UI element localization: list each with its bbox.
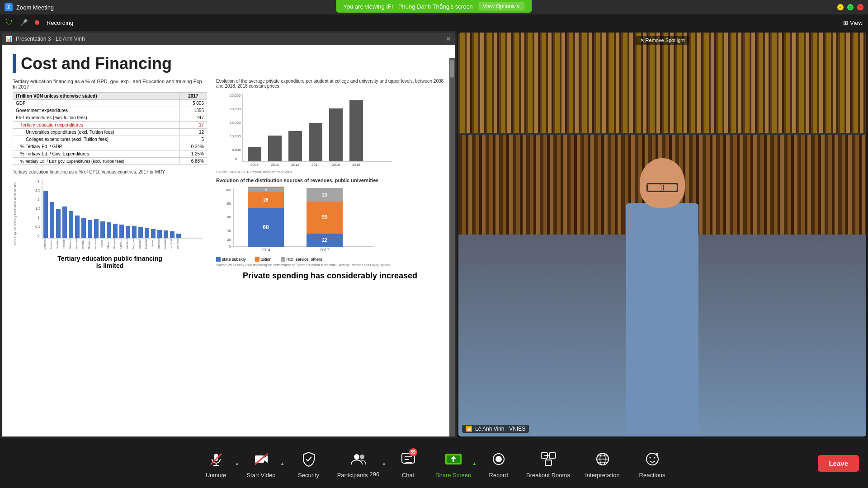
presentation-tab: 📊 Presentation 3 - Lê Anh Vinh ✕: [2, 33, 455, 45]
maximize-button[interactable]: □: [847, 4, 854, 10]
presentation-panel: 📊 Presentation 3 - Lê Anh Vinh ✕ Cost an…: [0, 31, 457, 438]
tab-close-button[interactable]: ✕: [446, 35, 451, 42]
view-button[interactable]: ⊞ View: [843, 19, 863, 26]
slide-container: Cost and Financing Tertiary education fi…: [2, 45, 455, 436]
video-caret[interactable]: ▲: [280, 461, 285, 466]
unmute-button[interactable]: Unmute ▲: [193, 445, 239, 481]
leave-button[interactable]: Leave: [818, 455, 859, 472]
start-video-button[interactable]: Start Video ▲: [239, 445, 284, 481]
breakout-svg: [540, 452, 557, 466]
table-row: Government expenditures 1355: [13, 107, 207, 114]
evolution-chart-svg: 25,000 20,000 15,000 10,000 5,000 0: [216, 91, 397, 168]
reactions-button[interactable]: Reactions: [630, 445, 675, 481]
table-row: Colleges expenditures (excl. Tuition fee…: [13, 136, 207, 143]
svg-rect-30: [107, 222, 111, 238]
legend-rdi-label: RDI, service, others: [287, 257, 322, 262]
zoom-icon: Z: [5, 3, 13, 11]
chat-label: Chat: [402, 472, 414, 479]
svg-text:Norway: Norway: [50, 239, 52, 249]
participants-button[interactable]: Participants 296 ▲: [331, 445, 386, 481]
legend-state: state subsidy: [216, 257, 246, 262]
svg-rect-26: [94, 219, 99, 238]
presentation-icon: 📊: [5, 36, 12, 42]
row-label: GDP: [13, 100, 180, 107]
table-row: % Tertiary Ed. / Gov. Expenditures 1.25%: [13, 150, 207, 158]
notification-bar: You are viewing IFI - Phùng Danh Thắng's…: [336, 0, 532, 13]
svg-rect-44: [151, 229, 156, 238]
svg-text:Gov. Exp. on Tertiary Educatio: Gov. Exp. on Tertiary Education as % of …: [14, 182, 17, 245]
svg-rect-106: [255, 455, 264, 463]
svg-point-109: [360, 455, 364, 459]
row-value: 5: [179, 136, 207, 143]
shield-svg: [302, 451, 316, 467]
record-button[interactable]: Record: [476, 445, 521, 481]
svg-text:Japan: Japan: [151, 240, 154, 248]
svg-text:Finland: Finland: [62, 239, 65, 249]
svg-text:28: 28: [263, 197, 269, 202]
slide-right: Evolution of the average private expendi…: [216, 79, 444, 420]
svg-text:2017: 2017: [320, 248, 329, 252]
chat-icon: 59: [397, 448, 419, 470]
svg-rect-20: [75, 216, 80, 238]
country-bar-chart: 3 2.5 2 1.5 1 0.5 0 Gov. Exp. on Tertiar…: [13, 177, 207, 251]
record-dot: [35, 20, 39, 25]
svg-rect-42: [145, 228, 149, 238]
slide-content: Cost and Financing Tertiary education fi…: [2, 45, 455, 436]
interpretation-button[interactable]: Interpretation: [576, 445, 630, 481]
close-button[interactable]: ✕: [857, 4, 863, 10]
security-button[interactable]: Security: [286, 445, 331, 481]
svg-rect-38: [132, 226, 137, 238]
svg-text:100: 100: [225, 188, 231, 192]
svg-rect-72: [349, 100, 363, 161]
speaker-placeholder: [458, 33, 866, 436]
svg-text:20: 20: [227, 238, 231, 242]
view-options-button[interactable]: View Options ∨: [478, 2, 525, 10]
svg-point-132: [654, 457, 655, 458]
svg-text:3: 3: [38, 179, 40, 183]
share-screen-button[interactable]: Share Screen ▲: [431, 445, 476, 481]
person-figure: [458, 33, 866, 436]
remove-spotlight-button[interactable]: ✕ Remove Spotlight: [636, 36, 689, 45]
legend-state-dot: [216, 257, 221, 262]
svg-text:6: 6: [264, 188, 267, 192]
breakout-icon: [538, 448, 559, 470]
globe-svg: [595, 452, 610, 466]
unmute-icon: [205, 448, 227, 470]
svg-rect-10: [43, 191, 48, 238]
tab-label: Presentation 3 - Lê Anh Vinh: [16, 36, 85, 42]
svg-text:Viet Nam: Viet Nam: [176, 239, 179, 249]
top-chart-source: Source: VHLSS 2018 report, inflation fro…: [216, 170, 444, 174]
signal-icon: 📶: [466, 426, 472, 432]
distribution-chart-title: Evolution of the distribution sources of…: [216, 178, 444, 183]
row-label: Tertiary education expenditures: [13, 122, 180, 129]
svg-text:55: 55: [321, 214, 328, 221]
speaker-video: ✕ Remove Spotlight 📶 Lê Anh Vinh - VNIES: [458, 33, 866, 436]
presentation-scrollbar[interactable]: [449, 58, 455, 436]
svg-text:22: 22: [322, 238, 327, 243]
row-value: 5 006: [179, 100, 207, 107]
video-panel: ✕ Remove Spotlight 📶 Lê Anh Vinh - VNIES: [457, 31, 868, 438]
svg-text:Singapore: Singapore: [132, 238, 135, 249]
row-value: 17: [179, 122, 207, 129]
row-label: % Tertiary Ed. / GDP: [13, 143, 180, 150]
svg-rect-66: [288, 131, 302, 161]
svg-text:0.5: 0.5: [35, 225, 41, 229]
svg-text:2012: 2012: [291, 163, 299, 167]
row-value: 1355: [179, 107, 207, 114]
person: [550, 154, 774, 436]
share-svg: [444, 452, 462, 466]
table-row: GDP 5 006: [13, 100, 207, 107]
svg-rect-24: [88, 220, 92, 238]
chat-badge: 59: [409, 448, 417, 456]
svg-rect-50: [170, 231, 175, 238]
svg-text:Netherlands: Netherlands: [75, 237, 78, 249]
breakout-rooms-button[interactable]: Breakout Rooms: [521, 445, 576, 481]
svg-rect-120: [545, 460, 552, 465]
minimize-button[interactable]: −: [837, 4, 844, 10]
table-header-label: (Trillion VDN unless otherwise stated): [13, 93, 180, 100]
start-video-label: Start Video: [246, 472, 275, 479]
svg-text:2: 2: [38, 197, 40, 202]
chat-button[interactable]: 59 Chat: [386, 445, 431, 481]
svg-rect-28: [100, 221, 105, 238]
scroll-thumb[interactable]: [450, 60, 454, 78]
